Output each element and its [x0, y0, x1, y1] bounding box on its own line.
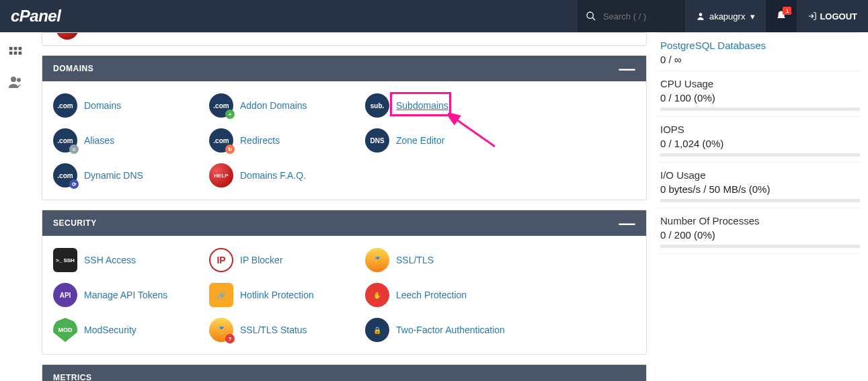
- item-ssl-tls[interactable]: 🏅SSL/TLS: [360, 243, 516, 278]
- stat-io-title: I/O Usage: [660, 169, 860, 181]
- section-metrics: METRICS: [42, 364, 647, 381]
- item-redirects-label: Redirects: [240, 135, 280, 146]
- ipblock-icon: IP: [209, 248, 233, 272]
- stat-postgresql: PostgreSQL Databases 0 / ∞: [658, 32, 860, 71]
- item-redirects[interactable]: .com↻Redirects: [204, 123, 360, 158]
- svg-rect-8: [19, 52, 22, 55]
- item-domains[interactable]: .comDomains: [48, 88, 204, 123]
- stat-cpu-title: CPU Usage: [660, 78, 860, 89]
- aliases-icon: .com=: [53, 128, 77, 153]
- stat-processes-title: Number Of Processes: [660, 215, 860, 226]
- search-box[interactable]: [578, 0, 685, 32]
- subdomains-icon: sub.: [365, 93, 389, 118]
- item-subdomains-label: Subdomains: [396, 100, 448, 111]
- item-addon-domains[interactable]: .com+Addon Domains: [204, 88, 360, 123]
- section-security: SECURITY — >_ SSHSSH Access IPIP Blocker…: [42, 210, 647, 355]
- twofa-icon: 🔒: [365, 318, 389, 342]
- search-input[interactable]: [603, 11, 670, 22]
- item-domains-faq[interactable]: HELPDomains F.A.Q.: [204, 158, 360, 193]
- grid-icon: [8, 46, 23, 60]
- section-metrics-title: METRICS: [53, 373, 92, 381]
- nav-home[interactable]: [0, 39, 31, 67]
- item-sslstatus-label: SSL/TLS Status: [240, 325, 307, 335]
- item-ssh-label: SSH Access: [84, 255, 136, 265]
- item-ipblock-label: IP Blocker: [240, 255, 283, 265]
- user-menu[interactable]: akapugrx ▾: [685, 11, 766, 22]
- section-security-title: SECURITY: [53, 218, 97, 228]
- item-leech-protection[interactable]: ✋Leech Protection: [360, 278, 516, 312]
- left-nav: [0, 32, 31, 97]
- logout-label: LOGOUT: [820, 11, 857, 22]
- item-addon-label: Addon Domains: [240, 100, 307, 111]
- item-zone-label: Zone Editor: [396, 135, 444, 146]
- stat-cpu-bar: [660, 108, 860, 111]
- svg-point-2: [699, 13, 703, 16]
- logout-button[interactable]: LOGOUT: [797, 11, 868, 22]
- svg-point-0: [587, 12, 593, 18]
- stat-iops-bar: [660, 153, 860, 157]
- stat-iops-title: IOPS: [660, 124, 860, 135]
- stats-sidebar: PostgreSQL Databases 0 / ∞ CPU Usage 0 /…: [658, 32, 868, 381]
- svg-point-10: [17, 78, 21, 82]
- stat-processes-value: 0 / 200 (0%): [660, 229, 860, 241]
- item-hotlink-protection[interactable]: 🔗Hotlink Protection: [204, 278, 360, 312]
- item-leech-label: Leech Protection: [396, 290, 467, 300]
- addon-icon: .com+: [209, 93, 233, 118]
- ssh-icon: >_ SSH: [53, 248, 77, 272]
- item-dyndns-label: Dynamic DNS: [84, 170, 143, 181]
- item-ssh-access[interactable]: >_ SSHSSH Access: [48, 243, 204, 278]
- redirects-icon: .com↻: [209, 128, 233, 153]
- notifications-button[interactable]: 1: [766, 0, 797, 32]
- nav-users[interactable]: [0, 67, 31, 97]
- section-domains-header[interactable]: DOMAINS —: [42, 56, 646, 81]
- stat-postgresql-title[interactable]: PostgreSQL Databases: [660, 40, 860, 51]
- item-domains-label: Domains: [84, 100, 121, 111]
- svg-rect-4: [14, 47, 17, 50]
- leech-icon: ✋: [365, 283, 389, 307]
- svg-rect-5: [19, 47, 22, 50]
- section-domains: DOMAINS — .comDomains .com+Addon Domains…: [42, 55, 647, 200]
- item-subdomains[interactable]: sub.Subdomains: [360, 88, 516, 123]
- dyndns-icon: .com⟳: [53, 163, 77, 187]
- item-ssl-tls-status[interactable]: 🏅?SSL/TLS Status: [204, 312, 360, 347]
- stat-postgresql-value: 0 / ∞: [660, 54, 860, 65]
- svg-rect-3: [9, 47, 13, 50]
- stat-processes-bar: [660, 245, 860, 248]
- username-label: akapugrx: [709, 11, 745, 22]
- user-icon: [696, 11, 705, 21]
- item-ip-blocker[interactable]: IPIP Blocker: [204, 243, 360, 278]
- item-twofa-label: Two-Factor Authentication: [396, 325, 505, 335]
- dotcom-icon: .com: [53, 93, 77, 118]
- previous-section-edge: [42, 32, 647, 46]
- search-icon: [586, 11, 596, 22]
- stat-cpu-value: 0 / 100 (0%): [660, 92, 860, 103]
- help-icon: HELP: [209, 163, 233, 187]
- item-zone-editor[interactable]: DNSZone Editor: [360, 123, 516, 158]
- notif-badge: 1: [783, 7, 791, 15]
- top-header: cPanel akapugrx ▾ 1 LOGOUT: [0, 0, 868, 32]
- stat-io: I/O Usage 0 bytes/s / 50 MB/s (0%): [658, 163, 860, 208]
- ssltls-icon: 🏅: [365, 248, 389, 272]
- item-two-factor-auth[interactable]: 🔒Two-Factor Authentication: [360, 312, 516, 347]
- section-metrics-header[interactable]: METRICS: [42, 365, 646, 381]
- stub-icon: [56, 32, 79, 40]
- sslstatus-icon: 🏅?: [209, 318, 233, 342]
- item-ssltls-label: SSL/TLS: [396, 255, 434, 265]
- stat-processes: Number Of Processes 0 / 200 (0%): [658, 208, 860, 254]
- svg-line-1: [592, 17, 595, 20]
- logout-icon: [807, 11, 817, 21]
- item-aliases[interactable]: .com=Aliases: [48, 123, 204, 158]
- section-security-header[interactable]: SECURITY —: [42, 210, 646, 236]
- item-faq-label: Domains F.A.Q.: [240, 170, 306, 181]
- item-modsec-label: ModSecurity: [84, 325, 136, 335]
- item-dynamic-dns[interactable]: .com⟳Dynamic DNS: [48, 158, 204, 193]
- logo[interactable]: cPanel: [0, 7, 71, 26]
- svg-rect-7: [14, 52, 17, 55]
- item-aliases-label: Aliases: [84, 135, 114, 146]
- users-icon: [7, 74, 24, 90]
- item-modsecurity[interactable]: MODModSecurity: [48, 312, 204, 347]
- stat-iops-value: 0 / 1,024 (0%): [660, 138, 860, 149]
- item-manage-api-tokens[interactable]: APIManage API Tokens: [48, 278, 204, 312]
- item-hotlink-label: Hotlink Protection: [240, 290, 314, 300]
- svg-rect-6: [9, 52, 13, 55]
